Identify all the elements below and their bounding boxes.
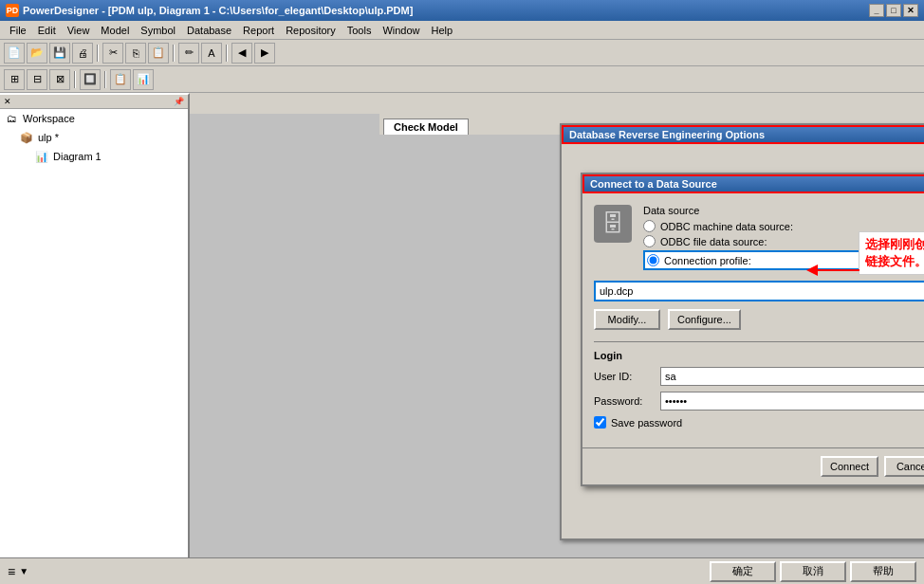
password-label: Password: bbox=[594, 395, 660, 407]
toolbar-new[interactable]: 📄 bbox=[4, 43, 25, 64]
odbc-machine-label: ODBC machine data source: bbox=[660, 221, 793, 232]
profile-input[interactable] bbox=[594, 281, 924, 301]
separator-1 bbox=[97, 45, 99, 62]
odbc-file-radio[interactable] bbox=[643, 235, 656, 247]
connect-dialog: Connect to a Data Source ✕ 🗄 Data source… bbox=[581, 173, 924, 486]
password-row: Password: bbox=[594, 392, 924, 411]
tb2-btn6[interactable]: 📊 bbox=[133, 69, 154, 90]
tab-check-model[interactable]: Check Model bbox=[383, 119, 469, 135]
separator-2 bbox=[173, 45, 175, 62]
menu-database[interactable]: Database bbox=[181, 23, 237, 38]
tb2-btn5[interactable]: 📋 bbox=[110, 69, 131, 90]
odbc-file-label: ODBC file data source: bbox=[660, 236, 767, 247]
menu-bar: File Edit View Model Symbol Database Rep… bbox=[0, 21, 924, 40]
connect-btn[interactable]: Connect bbox=[821, 456, 878, 477]
window-title: PowerDesigner - [PDM ulp, Diagram 1 - C:… bbox=[23, 5, 413, 16]
toolbar-cut[interactable]: ✂ bbox=[102, 43, 123, 64]
menu-window[interactable]: Window bbox=[377, 23, 425, 38]
workspace-icon: 🗂 bbox=[4, 111, 19, 126]
status-icon: ≡ bbox=[8, 564, 15, 579]
toolbar-copy[interactable]: ⎘ bbox=[125, 43, 146, 64]
toolbar-text[interactable]: A bbox=[201, 43, 222, 64]
sidebar-header: ✕ 📌 bbox=[0, 95, 188, 109]
toolbar-back[interactable]: ◀ bbox=[231, 43, 252, 64]
save-password-row: Save password bbox=[594, 416, 924, 429]
dre-title-text: Database Reverse Engineering Options bbox=[569, 129, 765, 140]
footer-cancel-btn[interactable]: Cancel bbox=[884, 456, 924, 477]
cancel-btn[interactable]: 取消 bbox=[780, 561, 846, 582]
conn-profile-label: Connection profile: bbox=[664, 255, 751, 266]
action-buttons: Modify... Configure... bbox=[594, 309, 924, 330]
configure-btn[interactable]: Configure... bbox=[668, 309, 741, 330]
tree-workspace[interactable]: 🗂 Workspace bbox=[0, 109, 188, 128]
app-icon: PD bbox=[6, 4, 19, 17]
menu-report[interactable]: Report bbox=[237, 23, 280, 38]
tree-diagram[interactable]: 📊 Diagram 1 bbox=[30, 147, 188, 166]
main-area: ✕ 📌 🗂 Workspace 📦 ulp * 📊 Diagram 1 Chec… bbox=[0, 93, 924, 584]
tree-ulp[interactable]: 📦 ulp * bbox=[15, 128, 188, 147]
login-label: Login bbox=[594, 350, 924, 361]
divider-1 bbox=[594, 341, 924, 342]
userid-row: User ID: bbox=[594, 367, 924, 386]
sidebar-pin[interactable]: 📌 bbox=[174, 97, 184, 106]
toolbar-forward[interactable]: ▶ bbox=[254, 43, 275, 64]
sidebar: ✕ 📌 🗂 Workspace 📦 ulp * 📊 Diagram 1 bbox=[0, 93, 190, 584]
menu-tools[interactable]: Tools bbox=[342, 23, 378, 38]
profile-dropdown-row: ▼ 📄 🔑 bbox=[594, 281, 924, 301]
sep-5 bbox=[104, 71, 106, 88]
db-icon: 🗄 bbox=[594, 205, 632, 243]
toolbar-open[interactable]: 📂 bbox=[27, 43, 47, 64]
arrow-decoration bbox=[803, 261, 859, 280]
close-btn[interactable]: ✕ bbox=[903, 4, 918, 17]
odbc-machine-radio[interactable] bbox=[643, 220, 656, 232]
ok-btn[interactable]: 确定 bbox=[710, 561, 776, 582]
tb2-btn1[interactable]: ⊞ bbox=[4, 69, 25, 90]
tb2-btn3[interactable]: ⊠ bbox=[49, 69, 70, 90]
tb2-btn4[interactable]: 🔲 bbox=[80, 69, 101, 90]
menu-symbol[interactable]: Symbol bbox=[135, 23, 181, 38]
separator-3 bbox=[226, 45, 228, 62]
toolbar-paste[interactable]: 📋 bbox=[148, 43, 169, 64]
toolbar-2: ⊞ ⊟ ⊠ 🔲 📋 📊 bbox=[0, 66, 924, 93]
connect-footer: Connect Cancel Help bbox=[582, 447, 924, 484]
dre-title-bar: Database Reverse Engineering Options _ □… bbox=[562, 125, 924, 144]
conn-profile-radio[interactable] bbox=[647, 254, 659, 266]
toolbar-print[interactable]: 🖨 bbox=[72, 43, 93, 64]
sep-4 bbox=[74, 71, 76, 88]
modify-btn[interactable]: Modify... bbox=[594, 309, 660, 330]
toolbar-1: 📄 📂 💾 🖨 ✂ ⎘ 📋 ✏ A ◀ ▶ bbox=[0, 40, 924, 66]
login-section: Login User ID: Password: Save password bbox=[594, 350, 924, 429]
status-bar: ≡ ▼ 确定 取消 帮助 bbox=[0, 557, 924, 584]
userid-input[interactable] bbox=[660, 367, 924, 386]
save-password-label: Save password bbox=[611, 417, 682, 429]
content-area: Check Model Database Reverse Engineering… bbox=[190, 114, 924, 584]
connect-title-text: Connect to a Data Source bbox=[590, 178, 717, 190]
help-btn[interactable]: 帮助 bbox=[850, 561, 916, 582]
menu-edit[interactable]: Edit bbox=[32, 23, 62, 38]
menu-view[interactable]: View bbox=[62, 23, 96, 38]
ulp-icon: 📦 bbox=[19, 130, 34, 145]
minimize-btn[interactable]: _ bbox=[869, 4, 884, 17]
menu-model[interactable]: Model bbox=[95, 23, 135, 38]
sidebar-close-x[interactable]: ✕ bbox=[4, 97, 11, 106]
title-bar: PD PowerDesigner - [PDM ulp, Diagram 1 -… bbox=[0, 0, 924, 21]
toolbar-pencil[interactable]: ✏ bbox=[178, 43, 199, 64]
status-dropdown-arrow[interactable]: ▼ bbox=[19, 566, 28, 576]
userid-label: User ID: bbox=[594, 371, 660, 382]
menu-help[interactable]: Help bbox=[426, 23, 459, 38]
menu-repository[interactable]: Repository bbox=[280, 23, 342, 38]
tb2-btn2[interactable]: ⊟ bbox=[27, 69, 47, 90]
save-password-checkbox[interactable] bbox=[594, 416, 606, 429]
maximize-btn[interactable]: □ bbox=[886, 4, 901, 17]
dre-window: Database Reverse Engineering Options _ □… bbox=[560, 123, 924, 540]
connect-title-bar: Connect to a Data Source ✕ bbox=[582, 174, 924, 193]
title-controls: _ □ ✕ bbox=[869, 4, 918, 17]
toolbar-save[interactable]: 💾 bbox=[49, 43, 70, 64]
password-input[interactable] bbox=[660, 392, 924, 411]
diagram-icon: 📊 bbox=[34, 149, 49, 164]
menu-file[interactable]: File bbox=[4, 23, 32, 38]
annotation-text: 选择刚刚创建的和数据库的链接文件。 bbox=[859, 231, 924, 275]
datasource-label: Data source bbox=[643, 205, 924, 216]
